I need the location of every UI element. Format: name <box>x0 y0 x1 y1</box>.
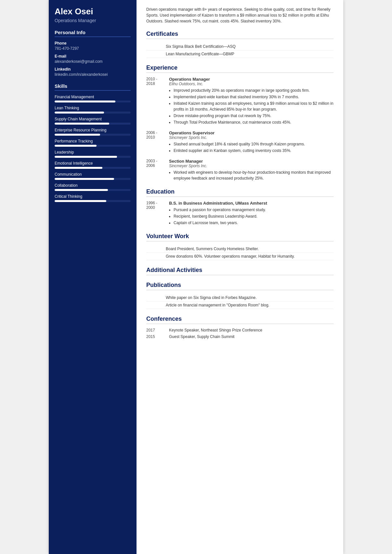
linkedin-value: linkedin.com/in/alexanderkosei <box>55 72 131 77</box>
edu-bullet-item: Captain of Lacrosse team, two years. <box>174 220 333 226</box>
exp-content: Section ManagerSincmeyer Sports Inc.Work… <box>169 159 333 182</box>
exp-job-title: Section Manager <box>169 159 333 164</box>
conference-item: 2017Keynote Speaker, Northeast Shingo Pr… <box>146 328 333 332</box>
exp-company: Sincmeyer Sports Inc. <box>169 135 333 140</box>
conference-item: 2015Guest Speaker, Supply Chain Summit <box>146 334 333 339</box>
edu-degree: B.S. in Business Administration, UMass A… <box>169 201 333 206</box>
skill-bar-bg <box>55 112 131 114</box>
skill-bar-bg <box>55 200 131 202</box>
certificates-heading: Certificates <box>146 31 333 39</box>
exp-dates: 2003 - 2006 <box>146 159 169 182</box>
skill-name-label: Financial Management <box>55 95 131 99</box>
skill-name-label: Lean Thinking <box>55 106 131 110</box>
skill-bar-bg <box>55 189 131 191</box>
skill-bar-bg <box>55 145 131 147</box>
exp-bullet-item: Implemented plant-wide kanban that slash… <box>174 94 333 100</box>
education-section: Education 1996 - 2000B.S. in Business Ad… <box>146 188 333 226</box>
personal-info-heading: Personal Info <box>55 30 131 37</box>
volunteer-list: Board President, Summers County Homeless… <box>146 245 333 260</box>
linkedin-label: LinkedIn <box>55 67 131 72</box>
exp-job-title: Operations Supervisor <box>169 130 333 135</box>
publications-heading: Publications <box>146 282 333 290</box>
activities-section: Additional Activities <box>146 267 333 275</box>
experience-item: 2010 - 2018Operations ManagerElihu Outdo… <box>146 77 333 126</box>
skill-item: Emotional Intelligence <box>55 161 131 169</box>
skill-bar-bg <box>55 178 131 180</box>
edu-bullet-item: Recipient, Isenberg Business Leadership … <box>174 213 333 219</box>
skill-bar-fill <box>55 178 114 180</box>
conferences-section: Conferences 2017Keynote Speaker, Northea… <box>146 316 333 339</box>
conference-text: Guest Speaker, Supply Chain Summit <box>169 334 234 339</box>
skill-item: Performance Tracking <box>55 139 131 147</box>
exp-content: Operations ManagerElihu Outdoors, Inc.Im… <box>169 77 333 126</box>
skill-name-label: Leadership <box>55 150 131 155</box>
volunteer-item: Board President, Summers County Homeless… <box>146 245 333 253</box>
conference-year: 2017 <box>146 328 169 332</box>
skill-bar-fill <box>55 200 106 202</box>
exp-bullet-item: Enlisted supplier aid in Kanban system, … <box>174 148 333 154</box>
skill-item: Supply Chain Management <box>55 117 131 125</box>
skill-bar-bg <box>55 101 131 102</box>
exp-bullet-item: Improved productivity 20% as operations … <box>174 88 333 93</box>
skill-name-label: Collaboration <box>55 183 131 188</box>
skill-name-label: Communication <box>55 172 131 177</box>
skill-bar-fill <box>55 123 109 125</box>
exp-content: Operations SupervisorSincmeyer Sports In… <box>169 130 333 154</box>
email-label: E-mail <box>55 54 131 59</box>
experience-list: 2010 - 2018Operations ManagerElihu Outdo… <box>146 77 333 182</box>
skill-name-label: Critical Thinking <box>55 194 131 199</box>
phone-label: Phone <box>55 41 131 46</box>
edu-content: B.S. in Business Administration, UMass A… <box>169 201 333 226</box>
summary-text: Driven operations manager with 8+ years … <box>146 7 333 24</box>
email-value: alexanderkosei@gmail.com <box>55 59 131 64</box>
edu-bullets: Pursued a passion for operations managem… <box>169 207 333 226</box>
volunteer-heading: Volunteer Work <box>146 233 333 241</box>
skill-item: Enterprise Resource Planning <box>55 128 131 136</box>
skill-bar-fill <box>55 167 102 169</box>
skill-item: Critical Thinking <box>55 194 131 202</box>
experience-item: 2003 - 2006Section ManagerSincmeyer Spor… <box>146 159 333 182</box>
exp-company: Elihu Outdoors, Inc. <box>169 82 333 86</box>
skill-bar-fill <box>55 134 100 136</box>
exp-bullet-item: Worked with engineers to develop hour-by… <box>174 169 333 181</box>
experience-item: 2006 - 2010Operations SupervisorSincmeye… <box>146 130 333 154</box>
conference-year: 2015 <box>146 334 169 339</box>
publication-item: White paper on Six Sigma cited in Forbes… <box>146 294 333 302</box>
exp-dates: 2010 - 2018 <box>146 77 169 126</box>
conferences-list: 2017Keynote Speaker, Northeast Shingo Pr… <box>146 328 333 339</box>
skill-bar-fill <box>55 189 108 191</box>
education-list: 1996 - 2000B.S. in Business Administrati… <box>146 201 333 226</box>
conferences-heading: Conferences <box>146 316 333 324</box>
exp-bullet-item: Drove mistake-proofing program that cut … <box>174 113 333 119</box>
education-item: 1996 - 2000B.S. in Business Administrati… <box>146 201 333 226</box>
certificates-list: Six Sigma Black Belt Certification—ASQLe… <box>146 43 333 58</box>
skill-bar-fill <box>55 101 115 102</box>
skill-bar-bg <box>55 134 131 136</box>
skills-heading: Skills <box>55 83 131 91</box>
candidate-title: Operations Manager <box>55 18 131 23</box>
skill-item: Leadership <box>55 150 131 158</box>
exp-bullet-item: Through Total Productive Maintenance, cu… <box>174 119 333 125</box>
volunteer-section: Volunteer Work Board President, Summers … <box>146 233 333 260</box>
skill-bar-fill <box>55 145 97 147</box>
publications-list: White paper on Six Sigma cited in Forbes… <box>146 294 333 309</box>
edu-bullet-item: Pursued a passion for operations managem… <box>174 207 333 213</box>
skill-name-label: Performance Tracking <box>55 139 131 143</box>
publication-item: Article on financial management in "Oper… <box>146 302 333 309</box>
activities-heading: Additional Activities <box>146 267 333 275</box>
skill-item: Communication <box>55 172 131 180</box>
sidebar: Alex Osei Operations Manager Personal In… <box>49 0 137 554</box>
certificates-section: Certificates Six Sigma Black Belt Certif… <box>146 31 333 58</box>
certificate-item: Six Sigma Black Belt Certification—ASQ <box>146 43 333 50</box>
skill-item: Lean Thinking <box>55 106 131 114</box>
volunteer-item: Grew donations 60%. Volunteer operations… <box>146 253 333 260</box>
skill-name-label: Enterprise Resource Planning <box>55 128 131 132</box>
experience-heading: Experience <box>146 64 333 73</box>
conference-text: Keynote Speaker, Northeast Shingo Prize … <box>169 328 262 332</box>
exp-company: Sincmeyer Sports Inc. <box>169 164 333 168</box>
skill-bar-bg <box>55 123 131 125</box>
phone-value: 781-470-7297 <box>55 46 131 51</box>
skill-bar-fill <box>55 112 104 114</box>
edu-dates: 1996 - 2000 <box>146 201 169 226</box>
candidate-name: Alex Osei <box>55 7 131 17</box>
